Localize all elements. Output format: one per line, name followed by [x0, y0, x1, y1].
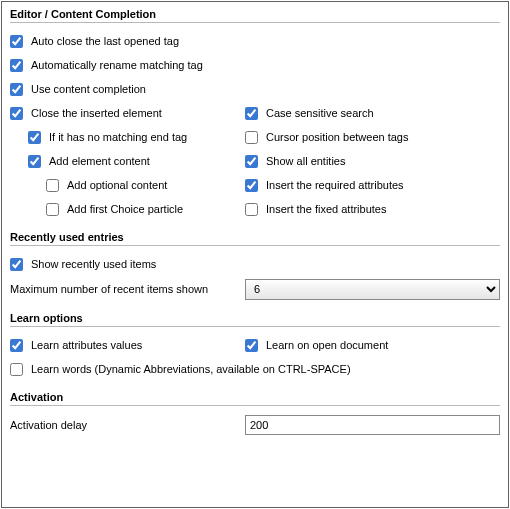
section-header-recent: Recently used entries [10, 231, 500, 246]
checkbox-use-cc[interactable]: Use content completion [10, 83, 146, 96]
checkbox-use-cc-input[interactable] [10, 83, 23, 96]
checkbox-cursor-between[interactable]: Cursor position between tags [245, 131, 408, 144]
checkbox-add-optional[interactable]: Add optional content [46, 179, 167, 192]
checkbox-case-sensitive-label: Case sensitive search [266, 107, 374, 119]
checkbox-learn-on-open[interactable]: Learn on open document [245, 339, 388, 352]
checkbox-show-all-entities-label: Show all entities [266, 155, 346, 167]
checkbox-show-all-entities[interactable]: Show all entities [245, 155, 346, 168]
checkbox-add-elem-content-label: Add element content [49, 155, 150, 167]
checkbox-if-no-match-input[interactable] [28, 131, 41, 144]
checkbox-if-no-match-label: If it has no matching end tag [49, 131, 187, 143]
checkbox-auto-rename-input[interactable] [10, 59, 23, 72]
checkbox-learn-words-input[interactable] [10, 363, 23, 376]
checkbox-cursor-between-input[interactable] [245, 131, 258, 144]
checkbox-show-recent-label: Show recently used items [31, 258, 156, 270]
checkbox-close-inserted-label: Close the inserted element [31, 107, 162, 119]
checkbox-close-inserted[interactable]: Close the inserted element [10, 107, 162, 120]
checkbox-case-sensitive-input[interactable] [245, 107, 258, 120]
checkbox-auto-rename-label: Automatically rename matching tag [31, 59, 203, 71]
checkbox-learn-on-open-input[interactable] [245, 339, 258, 352]
section-header-editor: Editor / Content Completion [10, 8, 500, 23]
checkbox-cursor-between-label: Cursor position between tags [266, 131, 408, 143]
checkbox-learn-on-open-label: Learn on open document [266, 339, 388, 351]
checkbox-add-optional-input[interactable] [46, 179, 59, 192]
checkbox-show-recent[interactable]: Show recently used items [10, 258, 156, 271]
section-header-learn: Learn options [10, 312, 500, 327]
checkbox-auto-close-label: Auto close the last opened tag [31, 35, 179, 47]
checkbox-if-no-match[interactable]: If it has no matching end tag [28, 131, 187, 144]
checkbox-learn-attr-values-input[interactable] [10, 339, 23, 352]
checkbox-add-optional-label: Add optional content [67, 179, 167, 191]
checkbox-add-first-choice-label: Add first Choice particle [67, 203, 183, 215]
checkbox-case-sensitive[interactable]: Case sensitive search [245, 107, 374, 120]
checkbox-insert-fixed-label: Insert the fixed attributes [266, 203, 386, 215]
checkbox-learn-words[interactable]: Learn words (Dynamic Abbreviations, avai… [10, 363, 351, 376]
checkbox-close-inserted-input[interactable] [10, 107, 23, 120]
checkbox-show-all-entities-input[interactable] [245, 155, 258, 168]
checkbox-insert-fixed-input[interactable] [245, 203, 258, 216]
checkbox-show-recent-input[interactable] [10, 258, 23, 271]
checkbox-add-elem-content[interactable]: Add element content [28, 155, 150, 168]
max-recent-combo[interactable]: 6 [245, 279, 500, 300]
checkbox-auto-close[interactable]: Auto close the last opened tag [10, 35, 179, 48]
checkbox-add-first-choice[interactable]: Add first Choice particle [46, 203, 183, 216]
activation-delay-input[interactable] [245, 415, 500, 435]
checkbox-learn-words-label: Learn words (Dynamic Abbreviations, avai… [31, 363, 351, 375]
checkbox-add-first-choice-input[interactable] [46, 203, 59, 216]
checkbox-auto-rename[interactable]: Automatically rename matching tag [10, 59, 203, 72]
checkbox-insert-required-input[interactable] [245, 179, 258, 192]
checkbox-add-elem-content-input[interactable] [28, 155, 41, 168]
section-header-activation: Activation [10, 391, 500, 406]
preferences-panel: Editor / Content Completion Auto close t… [1, 1, 509, 508]
checkbox-use-cc-label: Use content completion [31, 83, 146, 95]
checkbox-insert-required-label: Insert the required attributes [266, 179, 404, 191]
checkbox-learn-attr-values[interactable]: Learn attributes values [10, 339, 142, 352]
checkbox-auto-close-input[interactable] [10, 35, 23, 48]
max-recent-label: Maximum number of recent items shown [10, 283, 245, 295]
activation-delay-label: Activation delay [10, 419, 245, 431]
checkbox-insert-required[interactable]: Insert the required attributes [245, 179, 404, 192]
checkbox-insert-fixed[interactable]: Insert the fixed attributes [245, 203, 386, 216]
checkbox-learn-attr-values-label: Learn attributes values [31, 339, 142, 351]
